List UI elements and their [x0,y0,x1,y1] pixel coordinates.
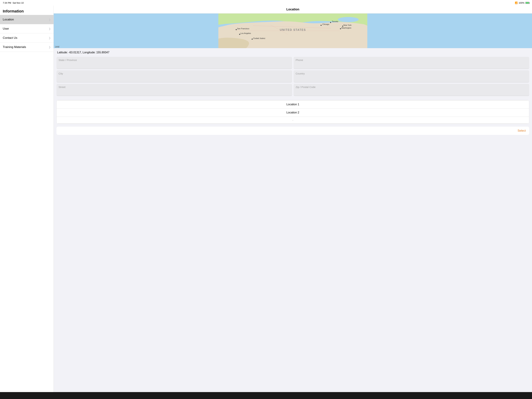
sidebar-item-user-label: User [3,27,9,31]
zip-postal-input[interactable] [296,86,527,89]
svg-text:Los Angeles: Los Angeles [241,32,251,34]
picker-dots: · [57,117,529,123]
svg-point-1 [338,17,359,22]
coordinates-display: Latitude: -63.01317, Longitude: 155.8934… [54,48,532,55]
svg-text:San Francisco: San Francisco [237,27,249,30]
app-container: Information Location ❯ User ❯ Contact Us… [0,6,532,392]
phone-input[interactable] [296,58,527,62]
page-title: Location [54,6,532,13]
form-section [54,55,532,97]
city-field [57,70,292,82]
svg-point-11 [236,29,237,30]
select-button[interactable]: Select [57,127,529,135]
sidebar-item-training-materials-label: Training Materials [3,45,26,49]
sidebar: Information Location ❯ User ❯ Contact Us… [0,6,54,392]
svg-text:Toronto: Toronto [332,20,338,23]
sidebar-item-location[interactable]: Location ❯ [0,15,53,24]
sidebar-item-location-label: Location [3,18,14,21]
svg-text:UNITED STATES: UNITED STATES [280,28,306,31]
picker-dots-divider [57,123,529,124]
zip-postal-field [293,84,529,96]
map-legal-link[interactable]: Legal [55,45,59,47]
status-indicators: 📶 100% [515,1,529,4]
map-svg: Toronto Chicago New York Washington San … [54,13,532,48]
phone-field [293,57,529,69]
location-picker-section: Location 1 Location 2 · [57,100,529,124]
select-section: Select [57,127,529,135]
status-time: 7:34 PM [3,1,11,4]
svg-text:Chicago: Chicago [322,23,329,25]
sidebar-item-user[interactable]: User ❯ [0,24,53,33]
country-field [293,70,529,82]
street-input[interactable] [58,86,290,89]
location-picker-item-2[interactable]: Location 2 [57,108,529,117]
bottom-bar [0,392,532,399]
wifi-icon: 📶 [515,1,518,4]
svg-point-7 [342,26,343,27]
location-picker-item-1[interactable]: Location 1 [57,101,529,108]
state-province-field [57,57,292,69]
state-province-input[interactable] [58,58,290,62]
chevron-right-icon: ❯ [49,18,51,21]
map-container: Toronto Chicago New York Washington San … [54,13,532,48]
chevron-right-icon: ❯ [49,46,51,49]
svg-point-3 [330,22,331,23]
status-date: Sat Nov 10 [13,1,24,4]
svg-point-9 [340,28,341,29]
country-input[interactable] [296,72,527,75]
sidebar-item-contact-us[interactable]: Contact Us ❯ [0,33,53,43]
sidebar-section-header: Information [0,6,53,15]
battery-icon [526,2,529,4]
street-field [57,84,292,96]
svg-text:New York: New York [343,24,352,26]
chevron-right-icon: ❯ [49,37,51,39]
svg-point-13 [239,34,240,35]
battery-percent: 100% [519,1,524,4]
svg-text:Washington: Washington [341,27,351,29]
main-content: Location Toronto Chicago [54,6,532,392]
chevron-right-icon: ❯ [49,27,51,30]
sidebar-item-training-materials[interactable]: Training Materials ❯ [0,43,53,52]
svg-point-15 [252,39,253,40]
city-input[interactable] [58,72,290,75]
svg-point-5 [321,25,322,26]
sidebar-item-contact-us-label: Contact Us [3,36,17,40]
status-bar: 7:34 PM Sat Nov 10 📶 100% [0,0,532,6]
status-time-date: 7:34 PM Sat Nov 10 [3,1,24,4]
svg-text:Ciudad Juárez: Ciudad Juárez [253,37,265,39]
